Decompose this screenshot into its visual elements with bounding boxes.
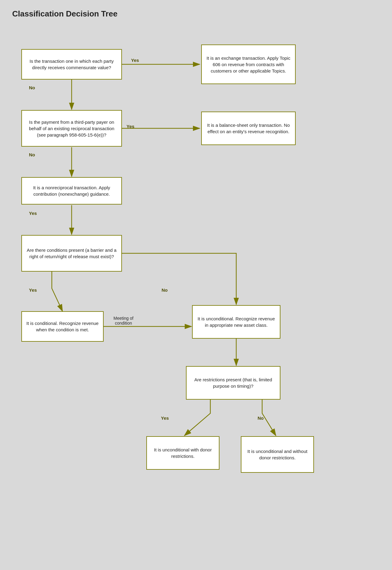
label-yes4: Yes — [29, 287, 37, 293]
label-yes3: Yes — [29, 211, 37, 216]
box-unconditional: It is unconditional. Recognize revenue i… — [192, 305, 280, 339]
box-yes2-result: It is a balance-sheet only transaction. … — [201, 112, 296, 145]
label-meeting-of-condition: Meeting of condition — [105, 316, 142, 326]
label-no2: No — [29, 152, 35, 157]
label-yes5: Yes — [161, 415, 169, 421]
box-nonrecip: It is a nonreciprocal transaction. Apply… — [21, 177, 122, 205]
box-q1: Is the transaction one in which each par… — [21, 49, 122, 80]
label-no4: No — [258, 415, 264, 421]
box-q4: Are restrictions present (that is, limit… — [186, 366, 280, 400]
box-without-restrictions: It is unconditional and without donor re… — [241, 436, 314, 473]
label-yes2: Yes — [127, 124, 134, 129]
box-q3: Are there conditions present (a barrier … — [21, 235, 122, 272]
label-no3: No — [162, 287, 168, 293]
box-q2: Is the payment from a third-party payer … — [21, 110, 122, 147]
diagram: Is the transaction one in which each par… — [12, 28, 372, 570]
label-yes1: Yes — [131, 58, 139, 63]
page-title: Classification Decision Tree — [12, 9, 380, 19]
box-yes1-result: It is an exchange transaction. Apply Top… — [201, 45, 296, 84]
box-conditional: It is conditional. Recognize revenue whe… — [21, 311, 104, 342]
box-with-restrictions: It is unconditional with donor restricti… — [146, 436, 219, 470]
label-no1: No — [29, 85, 35, 90]
